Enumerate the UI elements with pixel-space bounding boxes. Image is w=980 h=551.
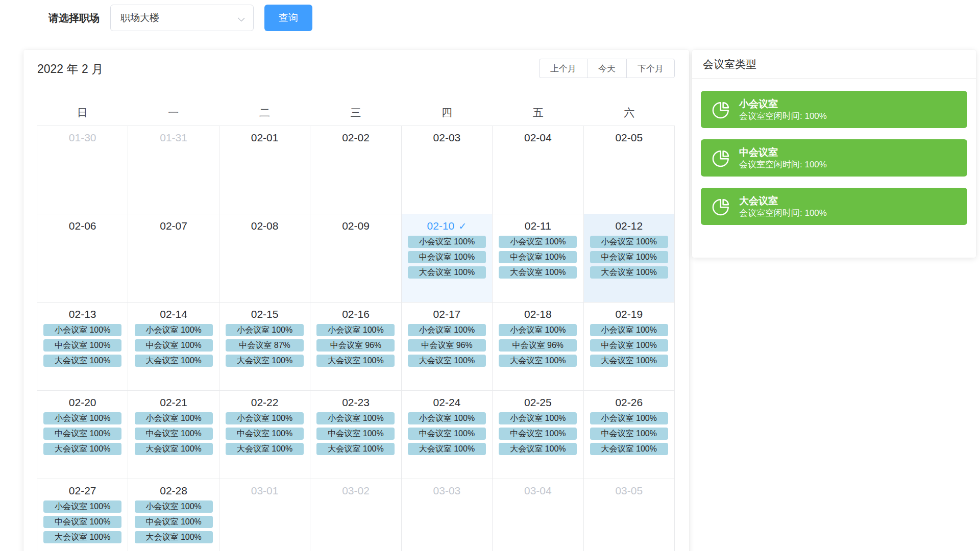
day-cell-02-05[interactable]: 02-05 <box>584 126 675 214</box>
day-cell-02-13[interactable]: 02-13小会议室 100%中会议室 100%大会议室 100% <box>37 303 128 391</box>
room-availability-badge[interactable]: 大会议室 100% <box>408 443 486 455</box>
room-availability-badge[interactable]: 中会议室 96% <box>499 339 577 352</box>
room-availability-badge[interactable]: 中会议室 100% <box>590 339 668 352</box>
room-availability-badge[interactable]: 小会议室 100% <box>226 412 304 424</box>
room-availability-badge[interactable]: 大会议室 100% <box>499 266 577 279</box>
day-cell-02-21[interactable]: 02-21小会议室 100%中会议室 100%大会议室 100% <box>128 391 219 479</box>
room-availability-badge[interactable]: 中会议室 100% <box>408 251 486 263</box>
day-cell-01-30[interactable]: 01-30 <box>37 126 128 214</box>
room-availability-badge[interactable]: 大会议室 100% <box>408 266 486 279</box>
day-cell-03-02[interactable]: 03-02 <box>310 479 401 551</box>
day-cell-02-26[interactable]: 02-26小会议室 100%中会议室 100%大会议室 100% <box>584 391 675 479</box>
workplace-select[interactable]: 职场大楼 <box>110 5 254 31</box>
room-availability-badge[interactable]: 中会议室 100% <box>135 428 213 440</box>
room-availability-badge[interactable]: 大会议室 100% <box>408 355 486 367</box>
room-availability-badge[interactable]: 中会议室 96% <box>316 339 395 352</box>
room-availability-badge[interactable]: 中会议室 87% <box>226 339 304 352</box>
day-cell-02-28[interactable]: 02-28小会议室 100%中会议室 100%大会议室 100% <box>128 479 219 551</box>
room-availability-badge[interactable]: 小会议室 100% <box>43 324 121 336</box>
day-cell-02-17[interactable]: 02-17小会议室 100%中会议室 96%大会议室 100% <box>402 303 493 391</box>
room-availability-badge[interactable]: 大会议室 100% <box>316 443 395 455</box>
room-availability-badge[interactable]: 中会议室 100% <box>316 428 395 440</box>
day-cell-01-31[interactable]: 01-31 <box>128 126 219 214</box>
day-cell-02-27[interactable]: 02-27小会议室 100%中会议室 100%大会议室 100% <box>37 479 128 551</box>
room-availability-badge[interactable]: 小会议室 100% <box>499 236 577 248</box>
room-availability-badge[interactable]: 中会议室 100% <box>499 251 577 263</box>
room-availability-badge[interactable]: 大会议室 100% <box>135 531 213 543</box>
room-availability-badge[interactable]: 大会议室 100% <box>316 355 395 367</box>
room-availability-badge[interactable]: 中会议室 100% <box>43 339 121 352</box>
day-cell-02-06[interactable]: 02-06 <box>37 214 128 303</box>
day-cell-02-16[interactable]: 02-16小会议室 100%中会议室 96%大会议室 100% <box>310 303 401 391</box>
day-cell-03-05[interactable]: 03-05 <box>584 479 675 551</box>
day-cell-02-08[interactable]: 02-08 <box>219 214 310 303</box>
day-cell-02-23[interactable]: 02-23小会议室 100%中会议室 100%大会议室 100% <box>310 391 401 479</box>
day-cell-02-11[interactable]: 02-11小会议室 100%中会议室 100%大会议室 100% <box>493 214 583 303</box>
day-cell-02-04[interactable]: 02-04 <box>493 126 583 214</box>
room-card-大会议室[interactable]: 大会议室会议室空闲时间: 100% <box>701 188 967 225</box>
day-cell-02-10[interactable]: 02-10✓小会议室 100%中会议室 100%大会议室 100% <box>402 214 493 303</box>
prev-month-button[interactable]: 上个月 <box>539 59 587 78</box>
day-cell-03-03[interactable]: 03-03 <box>402 479 493 551</box>
today-button[interactable]: 今天 <box>587 59 627 78</box>
room-availability-badge[interactable]: 小会议室 100% <box>135 324 213 336</box>
room-availability-badge[interactable]: 小会议室 100% <box>316 324 395 336</box>
day-cell-03-04[interactable]: 03-04 <box>493 479 583 551</box>
room-availability-badge[interactable]: 中会议室 100% <box>135 516 213 528</box>
room-availability-badge[interactable]: 小会议室 100% <box>590 236 668 248</box>
day-cell-02-20[interactable]: 02-20小会议室 100%中会议室 100%大会议室 100% <box>37 391 128 479</box>
room-availability-badge[interactable]: 中会议室 100% <box>590 428 668 440</box>
room-availability-badge[interactable]: 中会议室 100% <box>43 428 121 440</box>
room-card-中会议室[interactable]: 中会议室会议室空闲时间: 100% <box>701 139 967 177</box>
day-cell-03-01[interactable]: 03-01 <box>219 479 310 551</box>
room-availability-badge[interactable]: 中会议室 100% <box>408 428 486 440</box>
room-availability-badge[interactable]: 大会议室 100% <box>43 443 121 455</box>
room-availability-badge[interactable]: 大会议室 100% <box>43 531 121 543</box>
day-cell-02-02[interactable]: 02-02 <box>310 126 401 214</box>
room-availability-badge[interactable]: 小会议室 100% <box>226 324 304 336</box>
room-availability-badge[interactable]: 小会议室 100% <box>408 236 486 248</box>
room-availability-badge[interactable]: 大会议室 100% <box>226 355 304 367</box>
room-card-小会议室[interactable]: 小会议室会议室空闲时间: 100% <box>701 91 967 128</box>
room-availability-badge[interactable]: 小会议室 100% <box>590 412 668 424</box>
room-availability-badge[interactable]: 大会议室 100% <box>590 443 668 455</box>
room-availability-badge[interactable]: 小会议室 100% <box>408 412 486 424</box>
day-cell-02-09[interactable]: 02-09 <box>310 214 401 303</box>
day-cell-02-15[interactable]: 02-15小会议室 100%中会议室 87%大会议室 100% <box>219 303 310 391</box>
room-availability-badge[interactable]: 小会议室 100% <box>43 412 121 424</box>
day-cell-02-24[interactable]: 02-24小会议室 100%中会议室 100%大会议室 100% <box>402 391 493 479</box>
day-cell-02-14[interactable]: 02-14小会议室 100%中会议室 100%大会议室 100% <box>128 303 219 391</box>
room-availability-badge[interactable]: 中会议室 100% <box>226 428 304 440</box>
room-availability-badge[interactable]: 中会议室 96% <box>408 339 486 352</box>
room-availability-badge[interactable]: 中会议室 100% <box>135 339 213 352</box>
room-availability-badge[interactable]: 大会议室 100% <box>135 443 213 455</box>
day-cell-02-01[interactable]: 02-01 <box>219 126 310 214</box>
room-availability-badge[interactable]: 小会议室 100% <box>590 324 668 336</box>
day-cell-02-25[interactable]: 02-25小会议室 100%中会议室 100%大会议室 100% <box>493 391 583 479</box>
day-cell-02-22[interactable]: 02-22小会议室 100%中会议室 100%大会议室 100% <box>219 391 310 479</box>
room-availability-badge[interactable]: 大会议室 100% <box>226 443 304 455</box>
day-cell-02-03[interactable]: 02-03 <box>402 126 493 214</box>
room-availability-badge[interactable]: 小会议室 100% <box>408 324 486 336</box>
room-availability-badge[interactable]: 中会议室 100% <box>43 516 121 528</box>
next-month-button[interactable]: 下个月 <box>626 59 675 78</box>
day-cell-02-12[interactable]: 02-12小会议室 100%中会议室 100%大会议室 100% <box>584 214 675 303</box>
room-availability-badge[interactable]: 小会议室 100% <box>316 412 395 424</box>
search-button[interactable]: 查询 <box>264 5 312 31</box>
day-cell-02-07[interactable]: 02-07 <box>128 214 219 303</box>
room-availability-badge[interactable]: 中会议室 100% <box>590 251 668 263</box>
room-availability-badge[interactable]: 小会议室 100% <box>135 500 213 513</box>
room-availability-badge[interactable]: 大会议室 100% <box>590 355 668 367</box>
room-availability-badge[interactable]: 小会议室 100% <box>135 412 213 424</box>
room-availability-badge[interactable]: 大会议室 100% <box>135 355 213 367</box>
day-cell-02-19[interactable]: 02-19小会议室 100%中会议室 100%大会议室 100% <box>584 303 675 391</box>
room-availability-badge[interactable]: 小会议室 100% <box>499 324 577 336</box>
room-availability-badge[interactable]: 小会议室 100% <box>499 412 577 424</box>
room-availability-badge[interactable]: 中会议室 100% <box>499 428 577 440</box>
room-availability-badge[interactable]: 大会议室 100% <box>590 266 668 279</box>
room-availability-badge[interactable]: 大会议室 100% <box>499 443 577 455</box>
room-availability-badge[interactable]: 大会议室 100% <box>499 355 577 367</box>
room-availability-badge[interactable]: 大会议室 100% <box>43 355 121 367</box>
room-availability-badge[interactable]: 小会议室 100% <box>43 500 121 513</box>
day-cell-02-18[interactable]: 02-18小会议室 100%中会议室 96%大会议室 100% <box>493 303 583 391</box>
